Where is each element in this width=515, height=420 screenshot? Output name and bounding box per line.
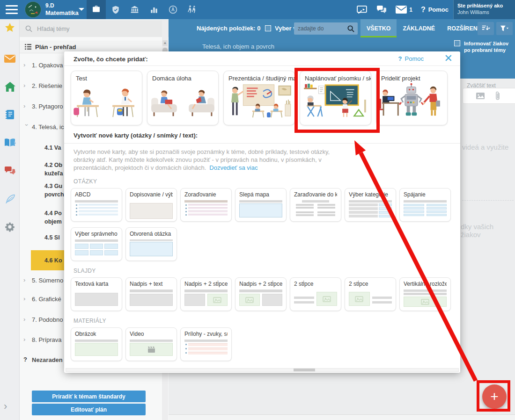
topic-search-input[interactable] xyxy=(36,25,130,33)
class-dropdown-caret-icon[interactable] xyxy=(79,8,84,14)
tree-subitem[interactable]: 4.5 Sl xyxy=(20,233,60,242)
chevron-right-icon[interactable]: › xyxy=(23,336,30,343)
feather-pen-icon[interactable] xyxy=(0,191,20,206)
tree-item[interactable]: ›4. Telesá, ic xyxy=(20,123,64,131)
card-attachments[interactable]: Prílohy - zvuky, sú... xyxy=(180,327,232,361)
card-schedule-exam[interactable]: Naplánovať písomku / skúš... xyxy=(300,71,371,125)
chevron-right-icon[interactable]: › xyxy=(23,276,30,283)
filter-tabs: VŠETKO ZÁKLADNÉ ROZŠÍRENÉ xyxy=(360,19,487,37)
chevron-right-icon[interactable]: › xyxy=(23,295,30,302)
modal-close-icon[interactable]: ✕ xyxy=(444,52,453,65)
card-fill-in[interactable]: Dopisovanie / výber xyxy=(125,188,177,222)
modal-help-link[interactable]: ? Pomoc xyxy=(398,55,424,62)
tree-item[interactable]: ›2. Riešenie xyxy=(20,82,62,90)
card-assign-project[interactable]: Prideliť projekt xyxy=(376,71,448,125)
filter-button[interactable] xyxy=(496,22,513,35)
tree-subitem[interactable]: 4.1 Va xyxy=(20,144,61,152)
chevron-down-icon[interactable]: › xyxy=(23,124,30,130)
help-button[interactable]: ? Pomoc xyxy=(421,6,449,14)
open-question-preview xyxy=(130,239,173,258)
search-icon[interactable] xyxy=(347,25,354,32)
agenda-circle-module-icon[interactable] xyxy=(163,0,183,19)
content-search-input[interactable] xyxy=(294,25,344,32)
mail-icon[interactable] xyxy=(392,0,410,19)
card-matching[interactable]: Spájanie xyxy=(399,188,451,222)
class-selector[interactable]: 9.D Matematika xyxy=(45,2,79,16)
card-category-select[interactable]: Výber kategórie xyxy=(345,188,396,222)
settings-gear-icon[interactable] xyxy=(0,219,20,234)
expand-sidebar-chevron-icon[interactable]: › xyxy=(4,400,7,413)
chat-bubbles-icon[interactable] xyxy=(373,0,390,19)
tree-item[interactable]: ›6. Grafické xyxy=(20,295,61,303)
tab-all[interactable]: VŠETKO xyxy=(360,19,397,37)
card-blind-map[interactable]: Slepá mapa xyxy=(235,188,287,222)
question-mark-icon: ? xyxy=(23,356,30,363)
logged-in-user-menu[interactable]: Ste prihlásený ako John Williams xyxy=(453,0,515,19)
chevron-right-icon[interactable]: › xyxy=(23,102,30,109)
content-search-field[interactable] xyxy=(294,22,358,35)
schedule-exam-illustration xyxy=(300,82,371,119)
notebook-icon[interactable] xyxy=(0,107,20,122)
card-presentation[interactable]: Prezentácia / študijný materiál xyxy=(223,71,295,125)
favorites-star-icon[interactable] xyxy=(0,20,20,35)
card-homework[interactable]: Domáca úloha xyxy=(147,71,219,125)
bottom-scrollbar-strip[interactable] xyxy=(169,414,515,420)
school-building-module-icon[interactable] xyxy=(125,0,144,19)
card-2cols-a[interactable]: 2 stĺpce xyxy=(290,277,341,311)
assign-standards-button[interactable]: Priradiť k témam štandardy xyxy=(32,391,146,402)
select-all-checkbox[interactable] xyxy=(265,25,271,31)
learn-more-link[interactable]: Dozvedieť sa viac xyxy=(209,164,258,171)
scrollbar-thumb[interactable] xyxy=(294,369,315,371)
chevron-right-icon[interactable]: › xyxy=(23,316,30,323)
topic-search-bar[interactable] xyxy=(20,20,169,37)
card-2cols-b[interactable]: 2 stĺpce xyxy=(345,277,396,311)
scroll-up-arrow-icon[interactable]: ▲ xyxy=(162,40,168,46)
card-video[interactable]: Video xyxy=(125,327,177,361)
chevron-right-icon[interactable]: › xyxy=(23,61,30,68)
hamburger-menu-icon[interactable] xyxy=(6,5,18,14)
chevron-right-icon[interactable]: › xyxy=(23,82,30,89)
card-title-2cols-a[interactable]: Nadpis + 2 stĺpce xyxy=(180,277,232,311)
tree-item-unassigned[interactable]: ?Nezaraden xyxy=(20,356,63,364)
edit-plan-button[interactable]: Editovať plán xyxy=(32,404,146,415)
card-test[interactable]: Test xyxy=(71,71,142,125)
card-abcd[interactable]: ABCD xyxy=(71,188,122,222)
card-image[interactable]: Obrázok xyxy=(71,327,122,361)
editor-background: Zväčšiť text videá a využite dky vašich … xyxy=(460,79,515,420)
add-content-fab-button[interactable]: + xyxy=(482,384,507,409)
card-text-card[interactable]: Textová karta xyxy=(71,277,122,311)
insert-image-icon[interactable] xyxy=(476,93,485,99)
class-logo-avatar[interactable] xyxy=(25,1,41,18)
tree-item[interactable]: ›8. Príprava xyxy=(20,336,62,344)
card-title-text[interactable]: Nadpis + text xyxy=(125,277,177,311)
students-walking-module-icon[interactable] xyxy=(183,0,202,19)
notify-students-control[interactable]: Informovať žiakov po prebraní témy xyxy=(454,40,514,53)
modal-horizontal-scrollbar[interactable] xyxy=(66,368,459,372)
tree-subitem[interactable]: 4.2 Ob kužeľa xyxy=(20,161,70,178)
card-correct-choice[interactable]: Výber správneho ... xyxy=(71,227,122,261)
card-title-2cols-b[interactable]: Nadpis + 2 stĺpce xyxy=(235,277,287,311)
sort-button[interactable] xyxy=(478,22,494,35)
attachment-paperclip-icon[interactable] xyxy=(495,91,500,101)
discussion-chat-icon[interactable] xyxy=(0,163,20,178)
abcd-preview xyxy=(75,200,118,219)
briefcase-module-icon[interactable] xyxy=(87,0,106,19)
tree-item[interactable]: ›1. Opakova xyxy=(20,61,63,69)
tree-subitem[interactable]: 4.3 Gu povrch xyxy=(20,182,70,199)
tree-item[interactable]: ›7. Podobno xyxy=(20,316,63,324)
card-ordering[interactable]: Zoraďovanie xyxy=(180,188,232,222)
tab-basic[interactable]: ZÁKLADNÉ xyxy=(397,19,441,37)
card-categorize[interactable]: Zaraďovanie do k... xyxy=(290,188,341,222)
shield-check-module-icon[interactable] xyxy=(106,0,125,19)
results-chart-module-icon[interactable] xyxy=(144,0,163,19)
tree-item[interactable]: ›5. Súmerno xyxy=(20,276,63,284)
tree-item[interactable]: ›3. Pytagoro xyxy=(20,102,63,110)
home-icon[interactable] xyxy=(0,79,20,94)
card-vertical-layout[interactable]: Vertikálne rozloženie xyxy=(399,277,451,311)
messages-envelope-icon[interactable] xyxy=(0,51,20,66)
cast-screen-icon[interactable] xyxy=(353,0,371,19)
tree-subitem[interactable]: 4.4 Po objem xyxy=(20,209,70,226)
notify-students-checkbox[interactable] xyxy=(454,40,460,46)
library-book-icon[interactable] xyxy=(0,135,20,150)
card-open-question[interactable]: Otvorená otázka xyxy=(125,227,177,261)
